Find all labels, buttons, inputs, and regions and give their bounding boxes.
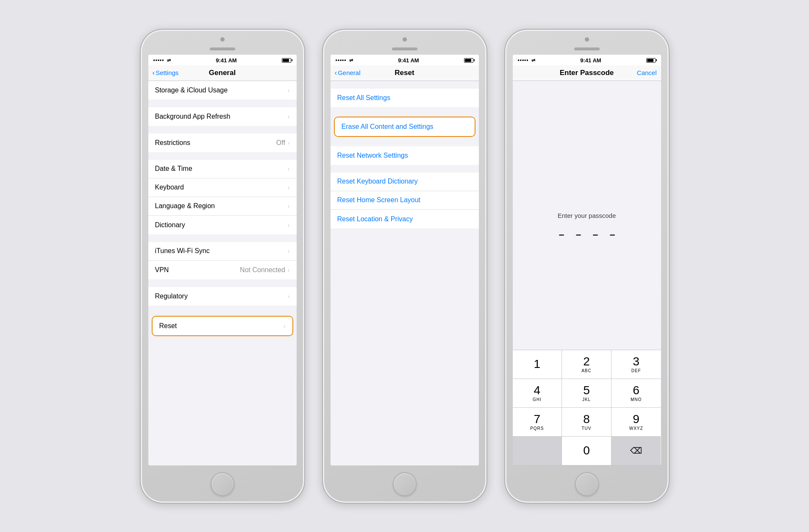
phone-2-top xyxy=(323,30,487,55)
phone-2: ••••• ⇌ 9:41 AM ‹ General Reset xyxy=(322,29,487,504)
key-4[interactable]: 4 GHI xyxy=(513,379,562,408)
key-8[interactable]: 8 TUV xyxy=(562,408,612,437)
status-bar-3: ••••• ⇌ 9:41 AM xyxy=(513,55,661,65)
camera-icon xyxy=(220,37,225,42)
status-signal: ••••• ⇌ xyxy=(153,57,171,63)
group-reset-misc: Reset Keyboard Dictionary Reset Home Scr… xyxy=(331,173,479,228)
item-regulatory[interactable]: Regulatory › xyxy=(148,287,297,306)
status-bar-1: ••••• ⇌ 9:41 AM xyxy=(148,55,297,65)
group-itunes-vpn: iTunes Wi-Fi Sync › VPN Not Connected › xyxy=(148,242,297,279)
phone-2-body: ••••• ⇌ 9:41 AM ‹ General Reset xyxy=(322,29,487,504)
key-2[interactable]: 2 ABC xyxy=(562,350,612,379)
phone-1-top xyxy=(141,30,304,55)
phone-2-bottom xyxy=(323,470,487,503)
nav-title-1: General xyxy=(209,69,236,77)
item-erase-all[interactable]: Erase All Content and Settings xyxy=(335,117,475,136)
nav-title-3: Enter Passcode xyxy=(560,69,614,77)
group-reset-network: Reset Network Settings xyxy=(331,146,479,165)
item-reset-network[interactable]: Reset Network Settings xyxy=(331,146,479,165)
item-date-time[interactable]: Date & Time › xyxy=(148,160,297,178)
passcode-prompt: Enter your passcode xyxy=(549,187,625,228)
erase-highlighted-wrap: Erase All Content and Settings xyxy=(334,117,475,137)
passcode-area: Enter your passcode xyxy=(513,81,661,350)
key-empty xyxy=(513,437,562,465)
status-time-3: 9:41 AM xyxy=(580,57,601,64)
nav-title-2: Reset xyxy=(395,69,414,77)
phone-2-screen: ••••• ⇌ 9:41 AM ‹ General Reset xyxy=(331,55,479,465)
status-time-2: 9:41 AM xyxy=(398,57,419,64)
reset-highlighted-wrap: Reset › xyxy=(152,316,293,336)
nav-bar-2: ‹ General Reset xyxy=(331,65,479,81)
delete-key[interactable]: ⌫ xyxy=(612,437,661,465)
phone-1-screen: ••••• ⇌ 9:41 AM ‹ Settings General xyxy=(148,55,297,465)
speaker-2 xyxy=(392,47,417,50)
status-right-1 xyxy=(282,58,291,63)
item-reset-keyboard[interactable]: Reset Keyboard Dictionary xyxy=(331,173,479,191)
key-5[interactable]: 5 JKL xyxy=(562,379,612,408)
home-button-1[interactable] xyxy=(211,472,234,496)
dot-2 xyxy=(576,234,581,236)
item-reset-home-screen[interactable]: Reset Home Screen Layout xyxy=(331,191,479,210)
passcode-dots xyxy=(559,234,615,236)
speaker xyxy=(210,47,235,50)
group-datetime-etc: Date & Time › Keyboard › Language & Regi… xyxy=(148,160,297,234)
dot-1 xyxy=(559,234,564,236)
phone-1: ••••• ⇌ 9:41 AM ‹ Settings General xyxy=(140,29,305,504)
settings-list-1: Storage & iCloud Usage › Background App … xyxy=(148,81,297,465)
home-button-2[interactable] xyxy=(393,472,417,496)
phone-1-body: ••••• ⇌ 9:41 AM ‹ Settings General xyxy=(140,29,305,504)
key-0[interactable]: 0 xyxy=(562,437,612,465)
item-reset[interactable]: Reset › xyxy=(153,317,292,335)
item-vpn[interactable]: VPN Not Connected › xyxy=(148,261,297,279)
speaker-3 xyxy=(574,47,600,50)
group-reset-all: Reset All Settings xyxy=(331,89,479,107)
phone-3-top xyxy=(505,30,669,55)
item-background-app-refresh[interactable]: Background App Refresh › xyxy=(148,107,297,126)
camera-icon-2 xyxy=(403,37,407,42)
dot-4 xyxy=(610,234,615,236)
group-restrictions: Restrictions Off › xyxy=(148,134,297,152)
item-storage[interactable]: Storage & iCloud Usage › xyxy=(148,81,297,100)
nav-bar-3: Enter Passcode Cancel xyxy=(513,65,661,81)
group-background: Background App Refresh › xyxy=(148,107,297,126)
camera-icon-3 xyxy=(585,37,589,42)
key-6[interactable]: 6 MNO xyxy=(612,379,661,408)
nav-bar-1: ‹ Settings General xyxy=(148,65,297,81)
phone-3: ••••• ⇌ 9:41 AM Enter Passcode Cancel En… xyxy=(504,29,670,504)
cancel-button[interactable]: Cancel xyxy=(637,69,657,76)
home-button-3[interactable] xyxy=(575,472,599,496)
status-bar-2: ••••• ⇌ 9:41 AM xyxy=(331,55,479,65)
battery-icon-2 xyxy=(464,58,473,63)
item-itunes-wifi[interactable]: iTunes Wi-Fi Sync › xyxy=(148,242,297,261)
battery-icon-3 xyxy=(646,58,656,63)
group-regulatory: Regulatory › xyxy=(148,287,297,306)
dot-3 xyxy=(593,234,598,236)
item-language-region[interactable]: Language & Region › xyxy=(148,197,297,216)
key-1[interactable]: 1 xyxy=(513,350,562,379)
key-7[interactable]: 7 PQRS xyxy=(513,408,562,437)
battery-icon-1 xyxy=(282,58,291,63)
back-button-2[interactable]: ‹ General xyxy=(335,69,361,77)
phone-3-bottom xyxy=(505,470,669,503)
settings-list-2: Reset All Settings Erase All Content and… xyxy=(331,81,479,465)
group-storage: Storage & iCloud Usage › xyxy=(148,81,297,100)
status-time-1: 9:41 AM xyxy=(216,57,236,64)
item-dictionary[interactable]: Dictionary › xyxy=(148,216,297,234)
item-keyboard[interactable]: Keyboard › xyxy=(148,178,297,197)
key-3[interactable]: 3 DEF xyxy=(612,350,661,379)
item-reset-location[interactable]: Reset Location & Privacy xyxy=(331,210,479,228)
phone-1-bottom xyxy=(141,470,304,503)
item-restrictions[interactable]: Restrictions Off › xyxy=(148,134,297,152)
item-reset-all-settings[interactable]: Reset All Settings xyxy=(331,89,479,107)
phone-3-body: ••••• ⇌ 9:41 AM Enter Passcode Cancel En… xyxy=(504,29,670,504)
key-9[interactable]: 9 WXYZ xyxy=(612,408,661,437)
back-button-1[interactable]: ‹ Settings xyxy=(153,69,179,77)
phone-3-screen: ••••• ⇌ 9:41 AM Enter Passcode Cancel En… xyxy=(513,55,661,465)
keypad: 1 2 ABC 3 DEF 4 GHI 5 JKL xyxy=(513,350,661,465)
